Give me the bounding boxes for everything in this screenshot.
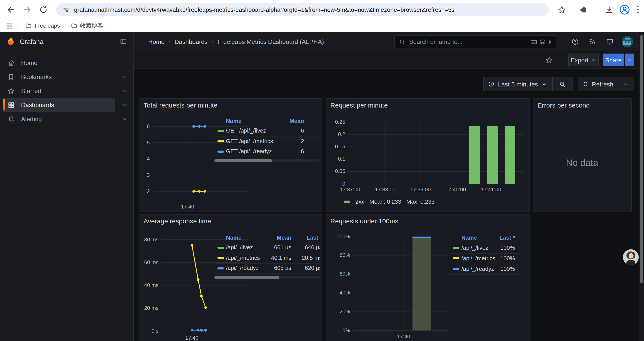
breadcrumb-separator: › <box>164 38 174 45</box>
legend-row[interactable]: /api/_/readyz605 µs620 µs <box>214 263 319 273</box>
bookmark-folder-freeleaps[interactable]: Freeleaps <box>22 21 63 31</box>
star-icon <box>557 5 566 14</box>
search-input[interactable]: Search or jump to... ⌘+k <box>394 35 556 48</box>
toolbar-divider <box>596 6 596 14</box>
profile-avatar-icon <box>619 4 630 15</box>
axis-y-tick: 0.2 <box>326 131 345 137</box>
downloads-button[interactable] <box>604 5 614 15</box>
panel-average-response-time[interactable]: Average response time 80 ms60 ms40 ms20 … <box>139 214 322 341</box>
chevron-down-icon[interactable] <box>122 88 128 94</box>
apps-grid-icon[interactable] <box>6 22 13 30</box>
user-avatar[interactable] <box>622 36 633 47</box>
legend[interactable]: 2xx Mean: 0.233 Max: 0.233 <box>344 198 435 205</box>
share-button[interactable]: Share <box>603 54 624 66</box>
column-header[interactable]: Mean <box>214 117 304 124</box>
panel-title[interactable]: Total requests per minute <box>139 99 322 109</box>
chart-plot[interactable] <box>353 236 448 331</box>
legend-series-name[interactable]: 2xx <box>355 198 364 205</box>
column-header[interactable]: Last * <box>214 234 319 241</box>
favorite-star-button[interactable] <box>545 56 553 64</box>
help-icon[interactable] <box>571 38 579 46</box>
panel-title[interactable]: Errors per second <box>533 99 631 109</box>
legend-scrollbar[interactable] <box>214 159 319 162</box>
legend-scrollbar[interactable] <box>214 276 319 279</box>
sidebar-item-bookmarks[interactable]: Bookmarks <box>3 70 128 84</box>
legend-row[interactable]: GET /api/_/readyz6 <box>214 146 319 157</box>
panel-title[interactable]: Requests under 100ms <box>326 214 529 224</box>
breadcrumb-dashboards[interactable]: Dashboards <box>174 38 208 45</box>
legend-row[interactable]: /api/_/livez661 µs646 µs <box>214 242 319 253</box>
panel-request-per-minute[interactable]: Request per minute 2xx Mean: 0.233 Max: … <box>326 98 529 212</box>
series-value: 6 <box>214 128 304 134</box>
page-scrollbar[interactable] <box>639 32 644 341</box>
arrow-left-icon <box>6 5 16 15</box>
chevron-down-icon[interactable] <box>122 102 128 108</box>
panel-total-requests-per-minute[interactable]: Total requests per minute 6543217:40Name… <box>139 98 322 212</box>
assistant-avatar[interactable] <box>623 249 639 265</box>
row-separator <box>448 274 520 274</box>
browser-menu-button[interactable] <box>636 5 641 15</box>
breadcrumb-current: Freeleaps Metrics Dashboard (ALPHA) <box>218 38 324 45</box>
axis-x-tick: 17:40 <box>174 335 209 341</box>
sidebar-menu: Home Bookmarks Starred Dashb <box>0 51 133 126</box>
bookmark-folder-blog[interactable]: 收藏博客 <box>68 21 106 31</box>
browser-forward-button[interactable] <box>22 5 32 15</box>
sidebar-collapse-button[interactable] <box>120 38 127 45</box>
no-data-label: No data <box>533 157 631 168</box>
browser-reload-button[interactable] <box>38 5 48 15</box>
legend-row[interactable]: /api/_/readyz100% <box>448 263 520 274</box>
axis-y-tick: 80% <box>331 252 350 258</box>
chevron-down-icon[interactable] <box>122 74 128 80</box>
time-range-picker[interactable]: Last 5 minutes <box>484 77 552 91</box>
axis-y-tick: 20% <box>331 308 350 314</box>
download-icon <box>604 5 614 14</box>
axis-y-tick: 0.25 <box>326 119 345 125</box>
zoom-out-button[interactable] <box>552 77 572 91</box>
column-header[interactable]: Last * <box>448 234 515 241</box>
panel-title[interactable]: Request per minute <box>326 99 529 109</box>
axis-x-tick: 17:40 <box>170 203 205 210</box>
scrollbar-thumb[interactable] <box>640 35 643 283</box>
axis-y-tick: 0.15 <box>326 144 345 150</box>
axis-y-tick: 20 ms <box>139 305 158 311</box>
bookmark-star-button[interactable] <box>557 5 567 15</box>
search-icon <box>399 38 406 45</box>
legend-row[interactable]: GET /api/_/metrics2 <box>214 136 319 146</box>
browser-back-button[interactable] <box>6 5 16 15</box>
refresh-interval-dropdown[interactable] <box>618 77 633 91</box>
bookmark-folder-label: 收藏博客 <box>80 22 103 30</box>
legend-scrollbar-thumb[interactable] <box>214 159 272 162</box>
site-settings-icon[interactable] <box>62 6 70 14</box>
axis-y-tick: 100% <box>331 233 350 239</box>
chevron-down-icon[interactable] <box>122 116 128 122</box>
chevron-down-icon <box>591 57 596 63</box>
export-button[interactable]: Export <box>568 54 599 66</box>
extensions-button[interactable] <box>579 5 589 15</box>
sidebar-item-dashboards[interactable]: Dashboards <box>3 98 128 112</box>
kiosk-icon[interactable] <box>606 38 614 46</box>
refresh-button[interactable]: Refresh <box>578 77 618 91</box>
legend-row[interactable]: /api/_/livez100% <box>448 242 520 253</box>
share-dropdown-button[interactable] <box>625 54 634 66</box>
url-bar[interactable]: grafana.mathmast.com/d/deytv4rwavabkb/fr… <box>56 3 549 16</box>
panel-requests-under-100ms[interactable]: Requests under 100ms 0%20%40%60%80%100%1… <box>326 214 529 341</box>
legend-row[interactable]: /api/_/metrics40.1 ms20.5 ms <box>214 253 319 263</box>
arrow-right-icon <box>22 5 32 15</box>
axis-x-tick: 17:38:00 <box>368 186 403 192</box>
panel-title[interactable]: Average response time <box>139 214 322 224</box>
sidebar-item-starred[interactable]: Starred <box>3 84 128 98</box>
legend-scrollbar-thumb[interactable] <box>214 276 280 279</box>
legend-row[interactable]: GET /api/_/livez6 <box>214 126 319 136</box>
series-value: 646 µs <box>214 244 319 251</box>
breadcrumb-home[interactable]: Home <box>148 38 164 45</box>
panel-errors-per-second[interactable]: Errors per second No data <box>533 98 632 212</box>
sidebar-item-alerting[interactable]: Alerting <box>3 112 128 126</box>
legend-row[interactable]: /api/_/metrics100% <box>448 253 520 263</box>
breadcrumb-separator: › <box>208 38 218 45</box>
chart-plot[interactable] <box>348 122 524 184</box>
avatar-face <box>628 253 633 258</box>
news-icon[interactable] <box>589 38 597 46</box>
sidebar-item-home[interactable]: Home <box>3 56 128 70</box>
brand-row: Grafana <box>0 32 133 51</box>
profile-button[interactable] <box>619 4 630 15</box>
